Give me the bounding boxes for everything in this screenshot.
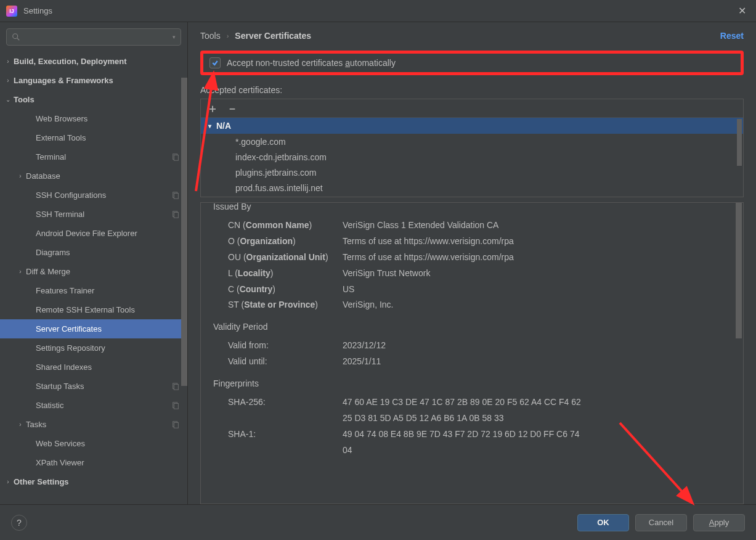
valid-until-value: 2025/1/11 [343, 354, 731, 370]
chevron-icon: › [16, 268, 25, 275]
chevron-right-icon: › [227, 32, 229, 39]
field-c: C (Country) [213, 282, 343, 298]
cert-list-scrollbar[interactable] [737, 119, 742, 166]
sha256: SHA-256: [213, 395, 343, 427]
cert-item[interactable]: *.google.com [201, 134, 743, 149]
sidebar-item-features-trainer[interactable]: Features Trainer [0, 281, 187, 300]
svg-line-1 [17, 38, 20, 41]
sidebar-item-shared-indexes[interactable]: Shared Indexes [0, 358, 187, 377]
cert-item[interactable]: prod.fus.aws.intellij.net [201, 180, 743, 195]
sidebar-scrollbar[interactable] [181, 78, 187, 504]
sidebar-item-build-execution-deployment[interactable]: ›Build, Execution, Deployment [0, 52, 187, 71]
sidebar-item-label: Diagrams [36, 248, 187, 257]
sidebar-item-ssh-configurations[interactable]: SSH Configurations [0, 186, 187, 205]
cert-list-panel: ＋ － ▾N/A *.google.comindex-cdn.jetbrains… [200, 99, 744, 197]
sidebar-item-label: Languages & Frameworks [14, 76, 187, 85]
search-input[interactable] [24, 33, 173, 42]
svg-rect-3 [174, 155, 178, 160]
remove-cert-button[interactable]: － [227, 103, 238, 114]
sidebar-item-label: Web Services [36, 439, 187, 448]
sidebar-item-settings-repository[interactable]: Settings Repository [0, 338, 187, 358]
sidebar-item-label: Settings Repository [36, 343, 187, 353]
sidebar-item-database[interactable]: ›Database [0, 166, 187, 186]
field-c-value: US [343, 282, 731, 298]
sidebar-item-label: Server Certificates [36, 324, 187, 333]
search-icon [12, 33, 20, 41]
project-level-icon [171, 420, 180, 429]
accept-untrusted-label: Accept non-trusted certificates automati… [227, 58, 396, 68]
cert-list[interactable]: ▾N/A *.google.comindex-cdn.jetbrains.com… [201, 118, 743, 197]
sidebar-item-diff-merge[interactable]: ›Diff & Merge [0, 262, 187, 281]
chevron-icon: › [4, 478, 12, 485]
sidebar-item-tasks[interactable]: ›Tasks [0, 415, 187, 434]
sidebar-item-other-settings[interactable]: ›Other Settings [0, 472, 187, 491]
sha1-value: 49 04 74 08 E4 8B 9E 7D 43 F7 2D 72 19 6… [343, 427, 589, 459]
settings-tree[interactable]: ›Build, Execution, Deployment›Languages … [0, 52, 187, 504]
project-level-icon [171, 153, 180, 162]
field-ou: OU (Organizational Unit) [213, 250, 343, 266]
sidebar-item-statistic[interactable]: Statistic [0, 396, 187, 415]
sidebar-item-diagrams[interactable]: Diagrams [0, 243, 187, 262]
reset-link[interactable]: Reset [720, 31, 744, 41]
search-dropdown-icon[interactable]: ▾ [173, 34, 176, 40]
chevron-icon: › [16, 173, 25, 179]
app-icon: IJ [6, 6, 17, 17]
close-icon[interactable]: ✕ [734, 2, 750, 19]
titlebar: IJ Settings ✕ [0, 0, 756, 22]
chevron-icon: › [4, 58, 12, 65]
sidebar-item-label: Terminal [36, 152, 171, 162]
sidebar-item-label: XPath Viewer [36, 458, 187, 467]
valid-from-value: 2023/12/12 [343, 338, 731, 354]
apply-button[interactable]: Apply [693, 514, 745, 531]
sidebar-item-startup-tasks[interactable]: Startup Tasks [0, 377, 187, 396]
sha256-value: 47 60 AE 19 C3 DE 47 1C 87 2B 89 0E 20 F… [343, 395, 589, 427]
cert-item[interactable]: index-cdn.jetbrains.com [201, 149, 743, 165]
sidebar-item-android-device-file-explorer[interactable]: Android Device File Explorer [0, 224, 187, 243]
field-cn: CN (Common Name) [213, 218, 343, 234]
sidebar-item-ssh-terminal[interactable]: SSH Terminal [0, 205, 187, 224]
accept-untrusted-checkbox-row[interactable]: Accept non-trusted certificates automati… [200, 51, 744, 75]
main-panel: Tools › Server Certificates Reset Accept… [188, 22, 756, 504]
sidebar-item-languages-frameworks[interactable]: ›Languages & Frameworks [0, 71, 187, 90]
sidebar-item-label: Remote SSH External Tools [36, 305, 187, 314]
cert-toolbar: ＋ － [201, 99, 743, 118]
cancel-button[interactable]: Cancel [635, 514, 687, 531]
checkbox-icon[interactable] [209, 57, 221, 68]
breadcrumb-parent[interactable]: Tools [200, 31, 221, 41]
svg-point-0 [13, 34, 18, 39]
sidebar-item-xpath-viewer[interactable]: XPath Viewer [0, 453, 187, 472]
field-o: O (Organization) [213, 234, 343, 250]
add-cert-button[interactable]: ＋ [207, 103, 218, 114]
chevron-icon: ⌄ [4, 96, 12, 103]
sidebar-item-remote-ssh-external-tools[interactable]: Remote SSH External Tools [0, 300, 187, 319]
details-scrollbar[interactable] [736, 203, 742, 504]
sidebar-item-server-certificates[interactable]: Server Certificates [0, 319, 187, 338]
field-st-value: VeriSign, Inc. [343, 297, 731, 313]
sidebar-item-label: Other Settings [14, 477, 187, 486]
svg-rect-7 [174, 212, 178, 218]
field-ou-value: Terms of use at https://www.verisign.com… [343, 250, 731, 266]
cert-group-row[interactable]: ▾N/A [201, 118, 743, 134]
svg-rect-9 [174, 384, 178, 390]
sidebar-item-label: Shared Indexes [36, 362, 187, 372]
sidebar-item-tools[interactable]: ⌄Tools [0, 90, 187, 109]
valid-from: Valid from: [213, 338, 343, 354]
ok-button[interactable]: OK [577, 514, 629, 531]
issued-by-header: Issued By [213, 202, 731, 215]
field-l: L (Locality) [213, 266, 343, 282]
valid-until: Valid until: [213, 354, 343, 370]
sidebar-item-terminal[interactable]: Terminal [0, 147, 187, 166]
sidebar-item-label: Database [26, 171, 187, 181]
sidebar-item-external-tools[interactable]: External Tools [0, 128, 187, 147]
sidebar-item-label: Tools [14, 95, 187, 104]
project-level-icon [171, 401, 180, 410]
sidebar-item-web-browsers[interactable]: Web Browsers [0, 109, 187, 128]
cert-item[interactable]: plugins.jetbrains.com [201, 165, 743, 180]
sha1: SHA-1: [213, 427, 343, 459]
project-level-icon [171, 191, 180, 200]
search-input-wrap[interactable]: ▾ [6, 28, 181, 46]
help-button[interactable]: ? [11, 515, 27, 531]
field-cn-value: VeriSign Class 1 Extended Validation CA [343, 218, 731, 234]
sidebar-item-label: External Tools [36, 133, 187, 142]
sidebar-item-web-services[interactable]: Web Services [0, 434, 187, 453]
